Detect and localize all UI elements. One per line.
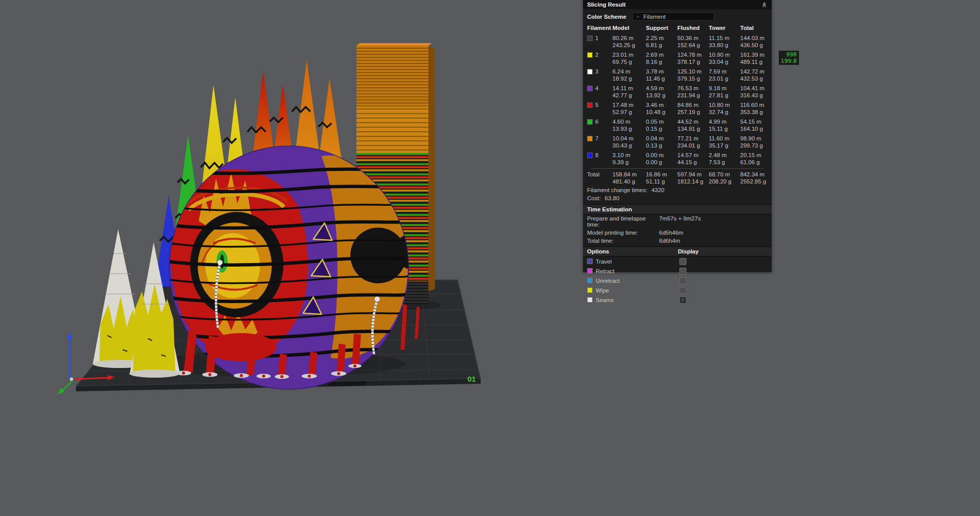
cell-total: 142.72 m432.53 g: [740, 68, 768, 82]
filament-id: 1: [595, 34, 598, 42]
time-row-prepare: Prepare and timelapse time: 7m57s + 9m27…: [583, 214, 772, 229]
color-scheme-dropdown[interactable]: ⌄ Filament: [632, 12, 714, 21]
seams-color-swatch: [587, 297, 593, 303]
layer-number: 998: [781, 51, 797, 58]
filament-change-value: 4320: [651, 187, 665, 193]
cell-flushed: 76.53 m231.94 g: [677, 85, 709, 99]
unretract-color-swatch: [587, 278, 593, 283]
cell-flushed: 125.10 m379.15 g: [677, 68, 709, 82]
filament-id: 4: [595, 85, 598, 92]
col-flushed: Flushed: [677, 24, 709, 31]
filament-row-6: 6 4.60 m13.93 g 0.05 m0.15 g 44.52 m134.…: [587, 117, 768, 133]
filament-row-3: 3 6.24 m18.92 g 3.78 m11.45 g 125.10 m37…: [587, 66, 768, 83]
cell-support: 2.69 m8.16 g: [646, 51, 677, 65]
cell-support: 2.25 m6.81 g: [646, 34, 677, 49]
option-label: Unretract: [596, 278, 679, 284]
wipe-checkbox[interactable]: [679, 287, 686, 294]
cell-tower: 11.60 m35.17 g: [709, 135, 740, 149]
cell-total: 161.39 m489.11 g: [740, 51, 768, 65]
filament-id: 6: [595, 118, 598, 125]
retract-checkbox[interactable]: [679, 268, 686, 275]
cell-tower: 9.18 m27.81 g: [709, 85, 740, 99]
filament-color-swatch: [587, 69, 593, 75]
cell-tower: 11.15 m33.80 g: [709, 34, 740, 49]
time-row-model: Model printing time: 6d5h46m: [583, 229, 772, 237]
cell-total: 144.03 m436.50 g: [740, 34, 768, 49]
preview-viewport[interactable]: 01: [0, 0, 980, 516]
filament-row-1: 1 80.26 m243.25 g 2.25 m6.81 g 50.36 m15…: [587, 33, 768, 50]
filament-row-7: 7 10.04 m30.43 g 0.04 m0.13 g 77.21 m234…: [587, 133, 768, 150]
collapse-panel-icon[interactable]: ≫: [762, 2, 768, 8]
cell-flushed: 50.36 m152.64 g: [677, 34, 709, 49]
color-scheme-label: Color Scheme: [587, 14, 626, 20]
cell-tower: 2.48 m7.53 g: [709, 152, 740, 166]
cell-support: 0.04 m0.13 g: [646, 135, 677, 149]
time-label: Model printing time:: [587, 230, 659, 236]
cell-model: 80.26 m243.25 g: [612, 34, 646, 49]
chevron-down-icon: ⌄: [636, 13, 640, 18]
filament-color-swatch: [587, 86, 593, 91]
cell-total: 98.90 m299.73 g: [740, 135, 768, 149]
cell-support-total: 16.86 m51.11 g: [646, 171, 677, 185]
filament-row-4: 4 14.11 m42.77 g 4.59 m13.92 g 76.53 m23…: [587, 83, 768, 100]
total-row: Total 158.84 m481.40 g 16.86 m51.11 g 59…: [587, 169, 768, 186]
filament-table: Filament Model Support Flushed Tower Tot…: [583, 23, 772, 186]
cell-model: 17.48 m52.97 g: [612, 101, 646, 116]
travel-checkbox[interactable]: [679, 258, 686, 265]
cell-model: 4.60 m13.93 g: [612, 118, 646, 132]
time-value: 6d5h46m: [659, 230, 768, 236]
filament-id: 8: [595, 152, 598, 159]
table-header-row: Filament Model Support Flushed Tower Tot…: [587, 23, 768, 33]
filament-id: 2: [595, 51, 598, 58]
cell-flushed: 44.52 m134.91 g: [677, 118, 709, 132]
slicing-result-panel: Slicing Result ≫ Color Scheme ⌄ Filament…: [583, 0, 772, 272]
cell-total-total: 842.34 m2552.85 g: [740, 171, 768, 185]
cell-model: 10.04 m30.43 g: [612, 135, 646, 149]
option-row-unretract: Unretract: [583, 276, 772, 285]
col-model: Model: [612, 24, 646, 31]
col-support: Support: [646, 24, 677, 31]
time-value: 7m57s + 9m27s: [659, 215, 768, 228]
cell-total: 116.60 m353.38 g: [740, 101, 768, 116]
seams-checkbox[interactable]: ✓: [679, 297, 686, 304]
plate-name-label: 01: [467, 375, 476, 383]
cell-support: 3.46 m10.48 g: [646, 101, 677, 116]
filament-change-line: Filament change times: 4320: [583, 186, 772, 194]
retract-color-swatch: [587, 268, 593, 274]
cell-flushed: 14.57 m44.15 g: [677, 152, 709, 166]
col-tower: Tower: [709, 24, 740, 31]
cell-model: 23.01 m69.75 g: [612, 51, 646, 65]
filament-id: 7: [595, 135, 598, 142]
time-value: 6d6h4m: [659, 238, 768, 244]
unretract-checkbox[interactable]: [679, 277, 686, 284]
app: { "icons": { "collapse_panel": "≫", "dro…: [0, 0, 980, 516]
filament-row-8: 8 3.10 m9.39 g 0.00 m0.00 g 14.57 m44.15…: [587, 150, 768, 167]
filament-change-label: Filament change times:: [587, 187, 647, 193]
cell-tower-total: 68.70 m208.20 g: [709, 171, 740, 185]
filament-color-swatch: [587, 119, 593, 125]
panel-header: Slicing Result ≫: [583, 0, 772, 9]
filament-row-5: 5 17.48 m52.97 g 3.46 m10.48 g 84.86 m25…: [587, 100, 768, 117]
option-row-wipe: Wipe: [583, 285, 772, 295]
cost-value: 63.80: [605, 195, 620, 201]
cell-total: 104.41 m316.43 g: [740, 85, 768, 99]
filament-color-swatch: [587, 52, 593, 58]
options-header: Options Display: [583, 246, 772, 256]
option-label: Retract: [596, 268, 679, 274]
filament-row-2: 2 23.01 m69.75 g 2.69 m8.16 g 124.78 m37…: [587, 50, 768, 66]
cell-model: 3.10 m9.39 g: [612, 152, 646, 166]
cell-support: 0.05 m0.15 g: [646, 118, 677, 132]
cell-tower: 7.59 m23.01 g: [709, 68, 740, 82]
option-row-travel: Travel: [583, 256, 772, 266]
cell-support: 3.78 m11.45 g: [646, 68, 677, 82]
cell-tower: 10.80 m32.74 g: [709, 101, 740, 116]
filament-color-swatch: [587, 35, 593, 41]
viewport-3d[interactable]: 01: [0, 0, 980, 516]
panel-title: Slicing Result: [587, 2, 626, 8]
wipe-color-swatch: [587, 287, 593, 293]
time-label: Prepare and timelapse time:: [587, 215, 659, 228]
filament-color-swatch: [587, 102, 593, 108]
travel-color-swatch: [587, 259, 593, 264]
filament-color-swatch: [587, 153, 593, 158]
layer-slider-badge: 998 199.8: [779, 51, 799, 65]
